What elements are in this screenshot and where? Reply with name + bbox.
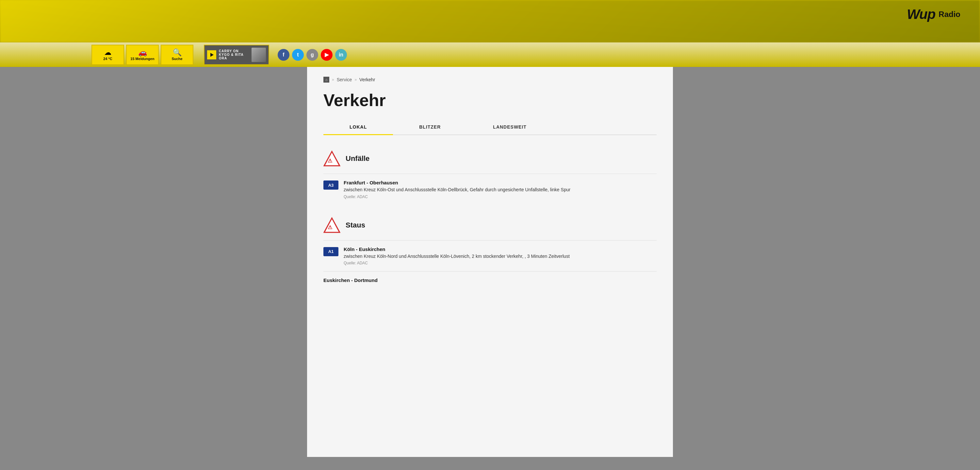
traffic-item: A3 Frankfurt - Oberhausen zwischen Kreuz… bbox=[323, 174, 657, 205]
search-icon: 🔍 bbox=[173, 49, 181, 56]
weather-icon: ☁ bbox=[104, 49, 111, 56]
player-line2: KYGO & RITA ORA bbox=[219, 53, 249, 60]
play-icon bbox=[207, 50, 216, 59]
search-label: Suche bbox=[172, 57, 182, 61]
youtube-icon[interactable]: ▶ bbox=[321, 49, 332, 61]
content-wrapper: ⌂ » Service » Verkehr Verkehr LOKAL BLIT… bbox=[0, 67, 980, 470]
traffic-info-2: Köln - Euskirchen zwischen Kreuz Köln-No… bbox=[344, 246, 657, 266]
tabs: LOKAL BLITZER LANDESWEIT bbox=[323, 120, 657, 135]
stau-icon: ⚠ bbox=[323, 217, 340, 234]
breadcrumb-sep1: » bbox=[332, 77, 334, 82]
tab-blitzer[interactable]: BLITZER bbox=[393, 120, 467, 135]
tab-landesweit[interactable]: LANDESWEIT bbox=[467, 120, 553, 135]
traffic-info-1: Frankfurt - Oberhausen zwischen Kreuz Kö… bbox=[344, 180, 657, 199]
unfaelle-items: A3 Frankfurt - Oberhausen zwischen Kreuz… bbox=[323, 174, 657, 205]
staus-title: Staus bbox=[345, 221, 365, 229]
staus-items: A1 Köln - Euskirchen zwischen Kreuz Köln… bbox=[323, 240, 657, 286]
logo-area: Wup Radio bbox=[907, 6, 960, 22]
googleplus-icon[interactable]: g bbox=[306, 49, 318, 61]
player-text: CARRY ON KYGO & RITA ORA bbox=[219, 49, 249, 60]
toolbar: ☁ 24 °C 🚗 15 Meldungen 🔍 Suche CARRY ON … bbox=[0, 43, 980, 67]
social-icons: f t g ▶ in bbox=[278, 49, 347, 61]
car-icon: 🚗 bbox=[138, 49, 147, 56]
main-content: ⌂ » Service » Verkehr Verkehr LOKAL BLIT… bbox=[307, 67, 673, 457]
traffic-item-2: A1 Köln - Euskirchen zwischen Kreuz Köln… bbox=[323, 240, 657, 272]
traffic-desc-1: zwischen Kreuz Köln-Ost und Anschlussste… bbox=[344, 187, 657, 193]
staus-header: ⚠ Staus bbox=[323, 211, 657, 234]
traffic-desc-2: zwischen Kreuz Köln-Nord und Anschlussst… bbox=[344, 253, 657, 260]
weather-button[interactable]: ☁ 24 °C bbox=[91, 45, 124, 65]
tab-lokal[interactable]: LOKAL bbox=[323, 120, 393, 135]
route-badge-a1: A1 bbox=[323, 247, 339, 256]
unfaelle-title: Unfälle bbox=[345, 154, 369, 163]
unfaelle-header: ⚠ Unfälle bbox=[323, 145, 657, 167]
svg-text:⚠: ⚠ bbox=[328, 225, 332, 230]
traffic-source-2: Quelle: ADAC bbox=[344, 261, 657, 265]
accident-icon: ⚠ bbox=[323, 150, 340, 167]
search-button[interactable]: 🔍 Suche bbox=[161, 45, 193, 65]
player-thumbnail bbox=[251, 48, 266, 62]
breadcrumb-current: Verkehr bbox=[360, 77, 375, 82]
traffic-info-3: Euskirchen - Dortmund bbox=[323, 278, 657, 284]
logo-sub: Radio bbox=[939, 10, 960, 19]
weather-label: 24 °C bbox=[103, 57, 112, 61]
route-badge-a3: A3 bbox=[323, 181, 339, 190]
logo-text: Wup bbox=[907, 6, 935, 22]
header-bg bbox=[0, 0, 980, 43]
home-icon[interactable]: ⌂ bbox=[323, 77, 329, 83]
player-line1: CARRY ON bbox=[219, 49, 249, 53]
traffic-label: 15 Meldungen bbox=[130, 57, 154, 61]
page-title: Verkehr bbox=[323, 91, 657, 110]
breadcrumb: ⌂ » Service » Verkehr bbox=[323, 77, 657, 83]
breadcrumb-sep2: » bbox=[355, 77, 357, 82]
traffic-route-3: Euskirchen - Dortmund bbox=[323, 278, 657, 283]
svg-text:⚠: ⚠ bbox=[328, 158, 332, 164]
breadcrumb-service[interactable]: Service bbox=[337, 77, 352, 82]
traffic-route-1: Frankfurt - Oberhausen bbox=[344, 180, 657, 186]
instagram-icon[interactable]: in bbox=[335, 49, 347, 61]
traffic-button[interactable]: 🚗 15 Meldungen bbox=[126, 45, 159, 65]
traffic-source-1: Quelle: ADAC bbox=[344, 195, 657, 199]
player-button[interactable]: CARRY ON KYGO & RITA ORA bbox=[204, 45, 269, 65]
header: Wup Radio bbox=[0, 0, 980, 43]
facebook-icon[interactable]: f bbox=[278, 49, 290, 61]
twitter-icon[interactable]: t bbox=[292, 49, 304, 61]
traffic-route-2: Köln - Euskirchen bbox=[344, 246, 657, 252]
traffic-item-3: Euskirchen - Dortmund bbox=[323, 271, 657, 286]
